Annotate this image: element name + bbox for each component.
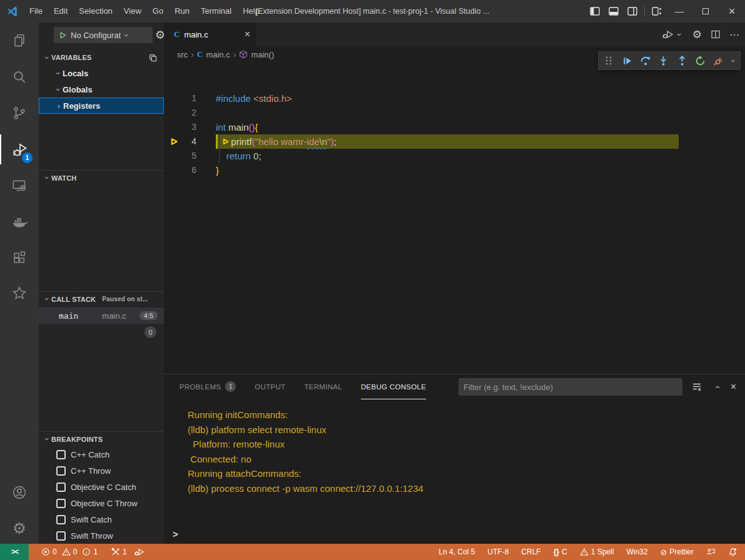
cursor-position[interactable]: Ln 4, Col 5 [435, 544, 479, 560]
console-filter-input[interactable] [459, 378, 682, 396]
toggle-sidebar-icon[interactable] [585, 0, 604, 22]
tab-debug-console[interactable]: DEBUG CONSOLE [361, 374, 426, 399]
toolbar-chevron-down-icon[interactable]: › [729, 56, 738, 64]
continue-icon[interactable] [619, 52, 634, 69]
watch-section-header[interactable]: › WATCH [39, 170, 164, 185]
settings-gear-icon[interactable]: ⚙ [0, 513, 39, 543]
menu-view[interactable]: View [118, 0, 147, 22]
tools-status-item[interactable]: 1 [108, 544, 131, 560]
platform-target[interactable]: Win32 [622, 544, 651, 560]
chevron-down-icon: › [54, 85, 63, 94]
code-line-2[interactable]: 2 [164, 106, 745, 120]
step-over-icon[interactable] [638, 52, 653, 69]
search-icon[interactable] [0, 62, 39, 92]
variables-item-registers[interactable]: › Registers [39, 98, 164, 114]
tab-close-icon[interactable]: × [245, 29, 250, 40]
encoding[interactable]: UTF-8 [484, 544, 512, 560]
breadcrumb-symbol[interactable]: main() [251, 50, 274, 59]
breakpoint-swift-throw[interactable]: Swift Throw [39, 528, 164, 544]
restart-icon[interactable] [692, 52, 707, 69]
toggle-panel-icon[interactable] [604, 0, 623, 22]
menu-edit[interactable]: Edit [48, 0, 73, 22]
notifications-bell-icon[interactable] [724, 544, 741, 560]
checkbox[interactable] [56, 499, 66, 508]
breakpoint-label: Objective C Throw [71, 499, 138, 508]
checkbox[interactable] [56, 531, 66, 541]
toolbar-drag-gripper[interactable] [601, 52, 616, 69]
code-line-5[interactable]: 5 return 0; [164, 149, 745, 163]
start-debug-icon[interactable] [59, 31, 67, 39]
run-and-debug-icon[interactable]: 1 [0, 134, 39, 164]
debug-console-output[interactable]: Running initCommands: (lldb) platform se… [164, 403, 745, 528]
console-filter-box[interactable] [459, 378, 682, 396]
debug-status-item[interactable] [131, 544, 148, 560]
remote-indicator[interactable]: >< [0, 544, 29, 560]
step-out-icon[interactable] [674, 52, 689, 69]
stack-frame-row[interactable]: main main.c 4:5 [39, 308, 164, 324]
variables-item-locals[interactable]: › Locals [39, 65, 164, 81]
menu-file[interactable]: File [24, 0, 48, 22]
call-stack-section-header[interactable]: › CALL STACK Paused on st... [39, 291, 164, 306]
checkbox[interactable] [56, 482, 66, 492]
checkbox[interactable] [56, 466, 66, 476]
copy-value-icon[interactable] [148, 53, 158, 62]
code-line-1[interactable]: 1 #include <stdio.h> [164, 91, 745, 106]
code-editor[interactable]: 1 #include <stdio.h> 2 3 int main(){ 4 p… [164, 62, 745, 374]
breadcrumb-file[interactable]: main.c [206, 50, 230, 59]
breakpoint-swift-catch[interactable]: Swift Catch [39, 511, 164, 528]
debug-settings-gear-icon[interactable]: ⚙ [155, 28, 164, 42]
maximize-button[interactable] [692, 0, 719, 22]
extensions-icon[interactable] [0, 242, 39, 272]
breakpoint-objc-throw[interactable]: Objective C Throw [39, 495, 164, 511]
remote-explorer-icon[interactable] [0, 171, 39, 201]
more-actions-icon[interactable]: ⋯ [729, 29, 740, 41]
console-prompt[interactable]: > [173, 529, 178, 542]
tab-output[interactable]: OUTPUT [255, 374, 285, 399]
breakpoint-cpp-catch[interactable]: C++ Catch [39, 446, 164, 462]
code-line-4[interactable]: 4 printf("hello wamr-ide\n"); [164, 134, 745, 149]
problems-count-badge: 1 [225, 381, 236, 392]
variables-section-header[interactable]: › VARIABLES [39, 50, 164, 65]
docker-icon[interactable] [0, 206, 39, 236]
code-line-6[interactable]: 6 } [164, 163, 745, 178]
tab-problems[interactable]: PROBLEMS 1 [180, 374, 236, 399]
explorer-icon[interactable] [0, 26, 39, 56]
split-editor-icon[interactable] [711, 29, 721, 39]
breakpoint-cpp-throw[interactable]: C++ Throw [39, 462, 164, 479]
close-button[interactable]: × [719, 0, 745, 22]
tab-terminal[interactable]: TERMINAL [304, 374, 342, 399]
maximize-panel-icon[interactable]: › [711, 382, 721, 391]
customize-layout-icon[interactable] [647, 0, 666, 22]
clear-console-icon[interactable] [692, 382, 702, 392]
code-line-3[interactable]: 3 int main(){ [164, 120, 745, 134]
formatter-status[interactable]: ⊘ Prettier [656, 544, 697, 560]
menu-selection[interactable]: Selection [73, 0, 118, 22]
breadcrumb-src[interactable]: src [177, 50, 188, 59]
run-or-debug-icon[interactable]: › [662, 29, 684, 39]
minimize-button[interactable]: — [666, 0, 692, 22]
problems-status-item[interactable]: 0 0 1 [38, 544, 101, 560]
chevron-down-icon: › [674, 30, 684, 39]
checkbox[interactable] [56, 515, 66, 524]
variables-item-globals[interactable]: › Globals [39, 81, 164, 98]
eol-sequence[interactable]: CRLF [517, 544, 544, 560]
menu-go[interactable]: Go [147, 0, 169, 22]
language-mode[interactable]: {} C [550, 544, 571, 560]
editor-gear-icon[interactable]: ⚙ [692, 28, 702, 41]
breakpoints-section-header[interactable]: › BREAKPOINTS [39, 431, 164, 446]
checkbox[interactable] [56, 450, 66, 459]
toggle-secondary-sidebar-icon[interactable] [623, 0, 642, 22]
spell-checker-status[interactable]: 1 Spell [576, 544, 618, 560]
disconnect-icon[interactable] [711, 52, 726, 69]
account-icon[interactable] [0, 478, 39, 508]
debug-config-dropdown[interactable]: No Configurat › [54, 27, 153, 43]
close-panel-icon[interactable]: × [731, 381, 736, 392]
star-extension-icon[interactable] [0, 278, 39, 308]
tab-main-c[interactable]: C main.c × [164, 22, 256, 46]
menu-run[interactable]: Run [169, 0, 195, 22]
breakpoint-objc-catch[interactable]: Objective C Catch [39, 479, 164, 495]
menu-terminal[interactable]: Terminal [195, 0, 237, 22]
feedback-icon[interactable] [702, 544, 719, 560]
source-control-icon[interactable] [0, 98, 39, 128]
step-into-icon[interactable] [656, 52, 671, 69]
